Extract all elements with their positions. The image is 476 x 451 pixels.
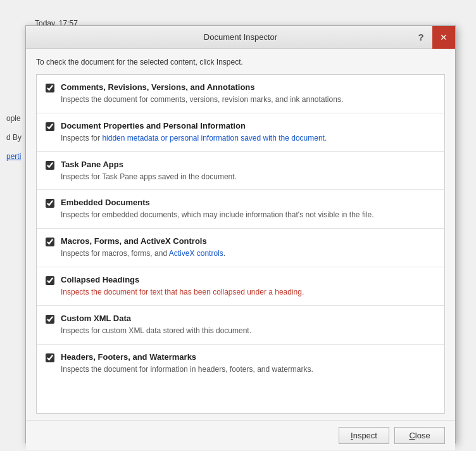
list-item: Embedded Documents Inspects for embedded… <box>37 190 444 229</box>
macros-title: Macros, Forms, and ActiveX Controls <box>61 236 435 246</box>
task-pane-checkbox[interactable] <box>46 161 54 170</box>
headers-footers-checkbox[interactable] <box>46 353 54 362</box>
title-bar-controls: ? ✕ <box>410 26 455 48</box>
collapsed-headings-description: Inspects the document for text that has … <box>61 287 435 298</box>
list-item: Macros, Forms, and ActiveX Controls Insp… <box>37 229 444 267</box>
dialog-footer: Inspect Close <box>26 420 455 450</box>
hidden-metadata-link: hidden metadata or personal information … <box>102 134 325 143</box>
headers-footers-content: Headers, Footers, and Watermarks Inspect… <box>61 352 435 375</box>
document-properties-checkbox[interactable] <box>46 122 54 131</box>
embedded-description: Inspects for embedded documents, which m… <box>61 210 435 220</box>
close-button[interactable]: Close <box>394 427 445 444</box>
embedded-content: Embedded Documents Inspects for embedded… <box>61 198 435 220</box>
custom-xml-content: Custom XML Data Inspects for custom XML … <box>61 314 435 336</box>
inspect-underline: I <box>351 431 353 440</box>
dialog-instruction: To check the document for the selected c… <box>36 58 445 67</box>
title-bar: Document Inspector ? ✕ <box>26 26 455 49</box>
list-item: Collapsed Headings Inspects the document… <box>37 267 444 306</box>
list-item: Custom XML Data Inspects for custom XML … <box>37 306 444 345</box>
document-properties-content: Document Properties and Personal Informa… <box>61 121 435 144</box>
inspection-list[interactable]: Comments, Revisions, Versions, and Annot… <box>36 74 445 414</box>
document-inspector-dialog: Document Inspector ? ✕ To check the docu… <box>25 25 456 443</box>
document-properties-description: Inspects for hidden metadata or personal… <box>61 133 435 144</box>
custom-xml-description: Inspects for custom XML data stored with… <box>61 326 435 336</box>
bg-side-text1: ople <box>6 114 21 123</box>
title-close-button[interactable]: ✕ <box>432 26 455 49</box>
custom-xml-title: Custom XML Data <box>61 314 435 323</box>
comments-checkbox[interactable] <box>46 84 54 92</box>
collapsed-headings-title: Collapsed Headings <box>61 275 435 284</box>
embedded-title: Embedded Documents <box>61 198 435 207</box>
custom-xml-checkbox[interactable] <box>46 315 54 324</box>
dialog-title: Document Inspector <box>204 32 277 42</box>
list-item: Document Properties and Personal Informa… <box>37 113 444 152</box>
comments-description: Inspects the document for comments, vers… <box>61 94 435 105</box>
macros-content: Macros, Forms, and ActiveX Controls Insp… <box>61 236 435 259</box>
headers-footers-title: Headers, Footers, and Watermarks <box>61 352 435 362</box>
help-button[interactable]: ? <box>410 26 432 49</box>
bg-side-text2: d By <box>6 133 22 142</box>
activex-link: ActiveX controls <box>169 249 223 258</box>
task-pane-description: Inspects for Task Pane apps saved in the… <box>61 172 435 182</box>
comments-title: Comments, Revisions, Versions, and Annot… <box>61 82 435 92</box>
close-underline: C <box>409 431 415 440</box>
list-item: Task Pane Apps Inspects for Task Pane ap… <box>37 152 444 191</box>
headers-footers-description: Inspects the document for information in… <box>61 364 435 375</box>
dialog-body: To check the document for the selected c… <box>26 49 455 420</box>
inspect-button[interactable]: Inspect <box>339 427 389 444</box>
list-item: Comments, Revisions, Versions, and Annot… <box>37 75 444 113</box>
comments-content: Comments, Revisions, Versions, and Annot… <box>61 82 435 105</box>
list-item: Headers, Footers, and Watermarks Inspect… <box>37 345 444 383</box>
document-properties-title: Document Properties and Personal Informa… <box>61 121 435 130</box>
macros-checkbox[interactable] <box>46 238 54 246</box>
task-pane-content: Task Pane Apps Inspects for Task Pane ap… <box>61 160 435 182</box>
task-pane-title: Task Pane Apps <box>61 160 435 169</box>
macros-description: Inspects for macros, forms, and ActiveX … <box>61 248 435 259</box>
bg-side-text3: perti <box>6 152 21 161</box>
collapsed-text: Inspects the document for text that has … <box>61 288 304 296</box>
collapsed-headings-checkbox[interactable] <box>46 276 54 285</box>
embedded-checkbox[interactable] <box>46 199 54 208</box>
collapsed-headings-content: Collapsed Headings Inspects the document… <box>61 275 435 298</box>
